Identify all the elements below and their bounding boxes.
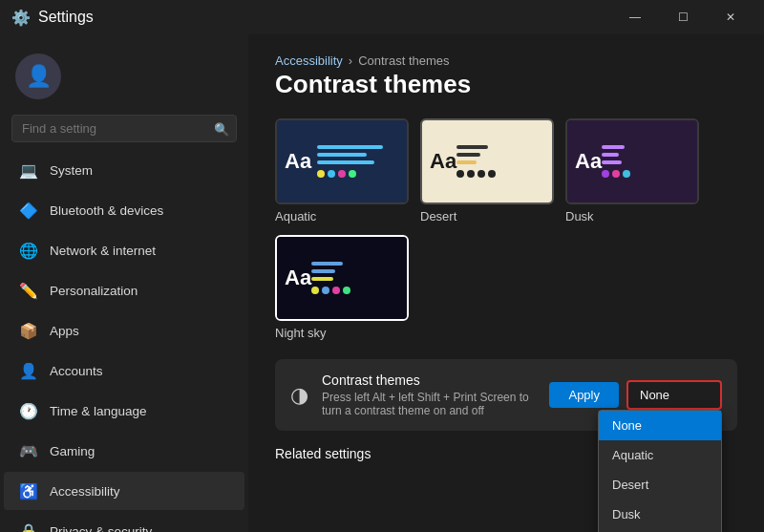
close-button[interactable]: ✕ [709,3,753,32]
setting-text: Contrast themes Press left Alt + left Sh… [322,372,536,417]
theme-desert-label: Desert [420,209,554,223]
privacy-icon: 🔒 [19,521,38,532]
setting-title: Contrast themes [322,372,536,388]
bluetooth-icon: 🔷 [19,201,38,220]
theme-desert-preview: Aa [420,118,554,204]
theme-card-aquatic[interactable]: Aa [275,118,409,223]
nightsky-aa: Aa [285,266,311,290]
search-icon: 🔍 [214,121,229,136]
nightsky-lines [311,262,350,294]
dropdown-selected[interactable]: None [626,380,722,410]
sidebar: 👤 🔍 💻 System 🔷 Bluetooth & devices 🌐 Net… [0,34,248,532]
sidebar-item-privacy[interactable]: 🔒 Privacy & security [4,512,244,532]
sidebar-label-time: Time & language [50,404,147,418]
sidebar-label-apps: Apps [50,324,79,338]
aquatic-aa: Aa [285,149,311,174]
accounts-icon: 👤 [19,361,38,380]
search-input[interactable] [11,115,237,142]
main-layout: 👤 🔍 💻 System 🔷 Bluetooth & devices 🌐 Net… [0,34,764,532]
apply-button[interactable]: Apply [549,382,619,408]
sidebar-item-bluetooth[interactable]: 🔷 Bluetooth & devices [4,191,244,229]
page-header: Accessibility › Contrast themes Contrast… [275,53,737,99]
title-bar-left: ⚙️ Settings [11,9,94,27]
sidebar-item-accounts[interactable]: 👤 Accounts [4,351,244,390]
sidebar-label-accessibility: Accessibility [50,484,120,499]
breadcrumb: Accessibility › Contrast themes [275,53,737,68]
theme-dusk-label: Dusk [565,209,699,223]
apps-icon: 📦 [19,321,38,340]
sidebar-item-time[interactable]: 🕐 Time & language [4,392,244,430]
theme-nightsky-preview: Aa [275,235,409,321]
sidebar-label-bluetooth: Bluetooth & devices [50,203,163,218]
dusk-lines [602,145,630,178]
search-box: 🔍 [11,115,237,142]
dropdown-item-none[interactable]: None [599,411,721,440]
title-bar-controls: — ☐ ✕ [613,3,753,32]
theme-card-dusk[interactable]: Aa Dusk [565,118,699,223]
maximize-button[interactable]: ☐ [661,3,705,32]
minimize-button[interactable]: — [613,3,657,32]
title-bar: ⚙️ Settings — ☐ ✕ [0,0,764,34]
aquatic-lines [317,145,399,178]
window-icon: ⚙️ [11,9,31,27]
contrast-themes-row: ◑ Contrast themes Press left Alt + left … [275,359,737,431]
sidebar-item-system[interactable]: 💻 System [4,151,244,189]
sidebar-label-gaming: Gaming [50,444,95,458]
theme-dusk-preview: Aa [565,118,699,204]
sidebar-label-accounts: Accounts [50,364,103,378]
main-content: Accessibility › Contrast themes Contrast… [248,34,764,532]
avatar: 👤 [15,53,61,99]
sidebar-item-gaming[interactable]: 🎮 Gaming [4,432,244,470]
theme-aquatic-label: Aquatic [275,209,409,223]
network-icon: 🌐 [19,241,38,260]
sidebar-item-personalization[interactable]: ✏️ Personalization [4,271,244,309]
page-title: Contrast themes [275,70,737,99]
dropdown-item-dusk[interactable]: Dusk [599,500,721,529]
sidebar-label-system: System [50,163,93,178]
sidebar-label-privacy: Privacy & security [50,524,152,533]
theme-dropdown: None None Aquatic Desert Dusk Night sky [626,380,722,410]
sidebar-label-personalization: Personalization [50,284,138,298]
theme-card-nightsky[interactable]: Aa [275,235,409,340]
window-title: Settings [38,9,94,26]
sidebar-item-accessibility[interactable]: ♿ Accessibility [4,472,244,510]
personalization-icon: ✏️ [19,281,38,300]
user-section: 👤 [0,42,248,115]
themes-grid: Aa [275,118,737,340]
breadcrumb-current: Contrast themes [358,53,449,68]
dusk-aa: Aa [575,149,602,174]
theme-nightsky-label: Night sky [275,326,409,340]
system-icon: 💻 [19,160,38,180]
desert-aa: Aa [430,149,456,174]
sidebar-item-apps[interactable]: 📦 Apps [4,311,244,350]
time-icon: 🕐 [19,401,38,420]
theme-aquatic-preview: Aa [275,118,409,204]
dropdown-item-desert[interactable]: Desert [599,470,721,500]
dropdown-list: None Aquatic Desert Dusk Night sky [598,410,722,532]
setting-controls: Apply None None Aquatic Desert Dusk Nigh… [549,380,722,410]
theme-card-desert[interactable]: Aa [420,118,554,223]
dropdown-item-aquatic[interactable]: Aquatic [599,440,721,470]
setting-desc: Press left Alt + left Shift + Print Scre… [322,391,536,417]
desert-lines [456,145,496,178]
sidebar-item-network[interactable]: 🌐 Network & internet [4,231,244,269]
breadcrumb-sep: › [349,53,352,68]
accessibility-icon: ♿ [19,481,38,500]
sidebar-label-network: Network & internet [50,244,156,258]
breadcrumb-parent[interactable]: Accessibility [275,53,343,68]
gaming-icon: 🎮 [19,441,38,460]
contrast-icon: ◑ [290,383,308,408]
